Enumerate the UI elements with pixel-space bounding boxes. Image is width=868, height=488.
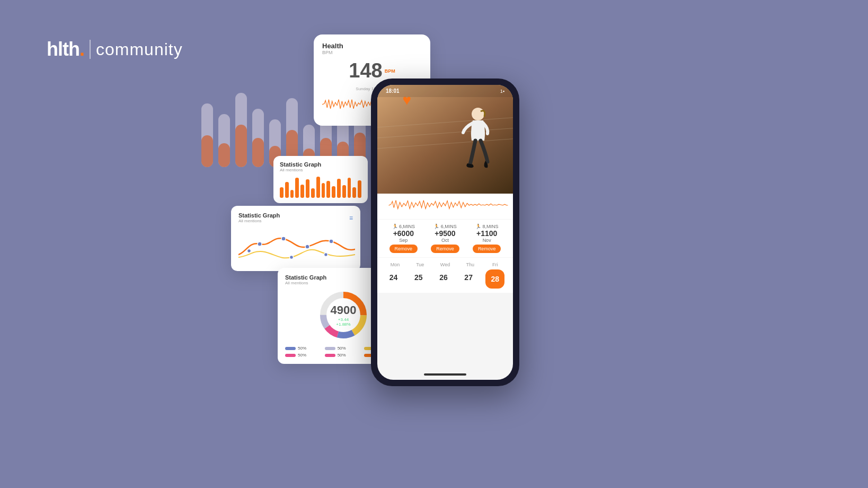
donut-change1: +3.44 [331, 317, 357, 322]
legend-item-5: 50% [325, 353, 362, 358]
remove-sep-button[interactable]: Remove [389, 245, 418, 253]
phone-hero-image [377, 85, 513, 194]
remove-oct-button[interactable]: Remove [431, 245, 459, 253]
donut-change2: +1.88% [331, 322, 357, 327]
legend-item-1: 50% [285, 346, 323, 351]
logo: hlth. community [47, 38, 183, 60]
legend-item-4: 50% [285, 353, 323, 358]
phone-home-indicator [424, 373, 466, 376]
donut-center: 4900 +3.44 +1.88% [331, 303, 357, 327]
cal-day-wed: Wed 26 [436, 262, 455, 289]
svg-point-0 [258, 242, 262, 246]
cal-day-mon: Mon 24 [386, 262, 405, 289]
stat-oct: 🏃 6,MINS +9500 Oct Remove [431, 224, 459, 253]
donut-chart: 4900 +3.44 +1.88% [317, 289, 370, 342]
stat-graph-small: Statistic Graph All mentions [273, 156, 368, 203]
phone-mockup: 18:01 1▪ [371, 79, 519, 386]
phone-time: 18:01 [386, 88, 400, 94]
fg-bar-3 [235, 125, 247, 167]
fg-bar-1 [201, 135, 213, 167]
phone-calendar: Mon 24 Tue 25 Wed 26 Thu 27 Fri 28 [377, 258, 513, 293]
phone-screen: 18:01 1▪ [377, 85, 513, 380]
fg-bar-2 [218, 143, 230, 167]
fg-bar-4 [252, 138, 264, 167]
line-chart-svg [238, 225, 355, 263]
remove-nov-button[interactable]: Remove [473, 245, 501, 253]
stat-graph-small-subtitle: All mentions [280, 168, 361, 172]
svg-point-5 [290, 256, 294, 259]
legend-item-2: 50% [325, 346, 362, 351]
phone-stats: 🏃 6,MINS +6000 Sep Remove 🏃 6,MINS +9500… [377, 220, 513, 257]
stat-sep: 🏃 6,MINS +6000 Sep Remove [389, 224, 418, 253]
filter-icon[interactable]: ≡ [349, 214, 353, 222]
calendar-days: Mon 24 Tue 25 Wed 26 Thu 27 Fri 28 [383, 262, 508, 289]
runner-figure [377, 85, 513, 194]
cal-day-thu: Thu 27 [460, 262, 480, 289]
svg-point-4 [247, 249, 251, 253]
logo-divider [90, 40, 91, 59]
health-card-bpm: BPM [385, 68, 395, 74]
stat-graph-line: Statistic Graph All mentions ≡ [231, 206, 360, 271]
health-card-title: Health [322, 42, 343, 50]
donut-value: 4900 [331, 303, 357, 317]
svg-point-2 [305, 245, 309, 249]
phone-status-bar: 18:01 1▪ [377, 85, 513, 97]
stat-graph-small-title: Statistic Graph [280, 161, 361, 168]
stat-graph-line-subtitle: All mentions [238, 219, 280, 223]
stat-graph-line-title: Statistic Graph [238, 212, 280, 219]
logo-hlth: hlth. [47, 38, 84, 60]
cal-day-fri[interactable]: Fri 28 [485, 262, 504, 289]
stat-nov: 🏃 8,MINS +1100 Nov Remove [473, 224, 501, 253]
svg-point-17 [472, 108, 484, 120]
cal-day-tue: Tue 25 [411, 262, 430, 289]
health-card-subtitle: BPM [322, 50, 343, 55]
svg-point-6 [324, 253, 328, 257]
svg-point-3 [329, 239, 333, 243]
health-card-value: 148 [349, 59, 382, 82]
phone-battery: 1▪ [500, 89, 504, 94]
svg-rect-13 [377, 85, 513, 194]
svg-point-1 [281, 237, 286, 241]
logo-community: community [96, 40, 183, 59]
phone-waveform [377, 194, 513, 219]
